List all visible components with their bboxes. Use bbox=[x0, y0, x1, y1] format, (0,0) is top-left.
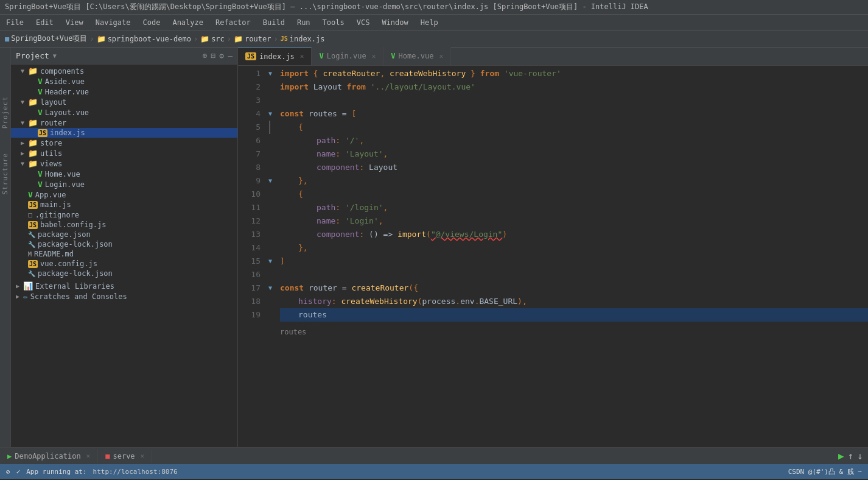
tree-item-vue-config[interactable]: JS vue.config.js bbox=[11, 259, 237, 269]
arrow-scratches: ▶ bbox=[16, 293, 23, 300]
hint-text: routes bbox=[280, 325, 306, 339]
status-right: CSDN @(#')凸 & 贱 ~ bbox=[788, 467, 862, 476]
fold-16 bbox=[265, 268, 275, 281]
close-panel-icon[interactable]: — bbox=[228, 51, 233, 60]
folder-icon-store: 📁 bbox=[28, 138, 38, 147]
sync-icon[interactable]: ⊕ bbox=[203, 51, 208, 60]
ln-10: 10 bbox=[238, 188, 261, 201]
label-layout: layout bbox=[40, 98, 66, 107]
menu-navigate[interactable]: Navigate bbox=[89, 16, 137, 29]
tree-item-store[interactable]: ▶ 📁 store bbox=[11, 138, 237, 148]
run-tab-serve[interactable]: ■ serve ✕ bbox=[98, 450, 152, 463]
menu-file[interactable]: File bbox=[0, 16, 30, 29]
fold-19 bbox=[265, 308, 275, 322]
code-editor[interactable]: 1 2 3 4 5 6 7 8 9 10 11 12 13 14 15 16 1… bbox=[238, 66, 868, 447]
tree-item-router[interactable]: ▼ 📁 router bbox=[11, 118, 237, 128]
tree-item-app-vue[interactable]: V App.vue bbox=[11, 189, 237, 200]
down-arrow[interactable]: ↓ bbox=[857, 450, 863, 462]
menu-view[interactable]: View bbox=[60, 16, 89, 29]
menu-run[interactable]: Run bbox=[291, 16, 317, 29]
play-button[interactable]: ▶ bbox=[838, 450, 844, 462]
tab-index-js[interactable]: JS index.js ✕ bbox=[238, 47, 312, 65]
fold-12 bbox=[265, 214, 275, 228]
menu-refactor[interactable]: Refactor bbox=[209, 16, 257, 29]
left-strip: Project Structure bbox=[0, 48, 11, 447]
label-package-lock: package-lock.json bbox=[38, 240, 113, 249]
up-arrow[interactable]: ↑ bbox=[848, 450, 854, 462]
tab-vue-icon-home: V bbox=[391, 52, 395, 60]
tree-item-babel[interactable]: JS babel.config.js bbox=[11, 220, 237, 230]
tab-home-vue[interactable]: V Home.vue ✕ bbox=[383, 47, 451, 65]
run-label-demo: DemoApplication bbox=[15, 452, 80, 461]
tree-item-layout[interactable]: ▼ 📁 layout bbox=[11, 97, 237, 107]
menu-code[interactable]: Code bbox=[137, 16, 167, 29]
title-bar: SpringBoot+Vue项目 [C:\Users\爱闹的踢踢\Desktop… bbox=[0, 0, 868, 15]
tree-item-package-lock[interactable]: 🔧 package-lock.json bbox=[11, 239, 237, 249]
folder-icon-components: 📁 bbox=[28, 66, 38, 76]
js-icon-vueconfig: JS bbox=[28, 260, 38, 268]
menu-analyze[interactable]: Analyze bbox=[166, 16, 209, 29]
code-line-15: ] bbox=[280, 255, 868, 268]
menu-bar: File Edit View Navigate Code Analyze Ref… bbox=[0, 15, 868, 30]
code-content[interactable]: import { createRouter, createWebHistory … bbox=[275, 66, 868, 447]
tree-item-main-js[interactable]: JS main.js bbox=[11, 200, 237, 210]
menu-vcs[interactable]: VCS bbox=[351, 16, 376, 29]
tree-item-gitignore[interactable]: ◻ .gitignore bbox=[11, 210, 237, 220]
tree-item-aside-vue[interactable]: V Aside.vue bbox=[11, 76, 237, 86]
run-tab-demo[interactable]: ▶ DemoApplication ✕ bbox=[0, 450, 98, 463]
project-strip-label[interactable]: Project bbox=[1, 96, 9, 129]
menu-build[interactable]: Build bbox=[257, 16, 291, 29]
close-serve[interactable]: ✕ bbox=[141, 452, 145, 460]
code-line-12: name: 'Login', bbox=[280, 214, 868, 228]
ln-11: 11 bbox=[238, 201, 261, 214]
tree-item-external-libs[interactable]: ▶ 📊 External Libraries bbox=[11, 281, 237, 291]
tab-login-vue[interactable]: V Login.vue ✕ bbox=[312, 47, 383, 65]
tree-item-home-vue[interactable]: V Home.vue bbox=[11, 169, 237, 179]
status-icon-2: ✓ bbox=[16, 468, 21, 476]
code-line-16 bbox=[280, 268, 868, 281]
tree-item-header-vue[interactable]: V Header.vue bbox=[11, 86, 237, 97]
tab-close-homevue[interactable]: ✕ bbox=[439, 52, 443, 60]
git-icon-gitignore: ◻ bbox=[28, 210, 33, 219]
tree-item-login-vue[interactable]: V Login.vue bbox=[11, 179, 237, 189]
menu-window[interactable]: Window bbox=[376, 16, 414, 29]
tab-close-indexjs[interactable]: ✕ bbox=[300, 52, 304, 60]
structure-strip-label[interactable]: Structure bbox=[1, 153, 9, 195]
tree-item-components[interactable]: ▼ 📁 components bbox=[11, 66, 237, 76]
label-views: views bbox=[40, 160, 62, 168]
tree-item-utils[interactable]: ▶ 📁 utils bbox=[11, 148, 237, 158]
tree-item-package-lock2[interactable]: 🔧 package-lock.json bbox=[11, 269, 237, 278]
bc-router[interactable]: 📁 router bbox=[234, 35, 271, 43]
fold-10 bbox=[265, 188, 275, 201]
tree-item-readme[interactable]: M README.md bbox=[11, 249, 237, 259]
menu-tools[interactable]: Tools bbox=[317, 16, 351, 29]
menu-edit[interactable]: Edit bbox=[30, 16, 60, 29]
dropdown-icon[interactable]: ▼ bbox=[53, 52, 57, 59]
menu-help[interactable]: Help bbox=[415, 16, 444, 29]
tabs-bar: JS index.js ✕ V Login.vue ✕ V Home.vue ✕ bbox=[238, 48, 868, 66]
bc-demo[interactable]: 📁 springboot-vue-demo bbox=[97, 35, 191, 43]
run-controls: ▶ ↑ ↓ bbox=[833, 450, 868, 462]
folder-icon-utils: 📁 bbox=[28, 149, 38, 158]
scratches-icon: ✏️ bbox=[23, 292, 28, 301]
tree-item-layout-vue[interactable]: V Layout.vue bbox=[11, 107, 237, 118]
fold-8 bbox=[265, 161, 275, 174]
bc-indexjs[interactable]: JS index.js bbox=[281, 35, 325, 43]
ln-15: 15 bbox=[238, 255, 261, 268]
code-line-1: import { createRouter, createWebHistory … bbox=[280, 67, 868, 80]
bc-project[interactable]: ■ SpringBoot+Vue项目 bbox=[5, 34, 87, 44]
tree-item-scratches[interactable]: ▶ ✏️ Scratches and Consoles bbox=[11, 291, 237, 302]
tree-item-package-json[interactable]: 🔧 package.json bbox=[11, 230, 237, 239]
tree-item-index-js[interactable]: JS index.js bbox=[11, 128, 237, 138]
tab-close-loginvue[interactable]: ✕ bbox=[372, 52, 376, 60]
collapse-icon[interactable]: ⊟ bbox=[211, 51, 216, 60]
tree-item-views[interactable]: ▼ 📁 views bbox=[11, 158, 237, 169]
ln-3: 3 bbox=[238, 94, 261, 107]
code-line-3 bbox=[280, 94, 868, 107]
close-demo[interactable]: ✕ bbox=[86, 452, 91, 460]
label-login: Login.vue bbox=[45, 180, 85, 189]
status-text: App running at: bbox=[26, 468, 86, 476]
fold-15: ▼ bbox=[265, 255, 275, 268]
settings-icon[interactable]: ⚙ bbox=[219, 51, 224, 60]
bc-src[interactable]: 📁 src bbox=[200, 35, 225, 43]
